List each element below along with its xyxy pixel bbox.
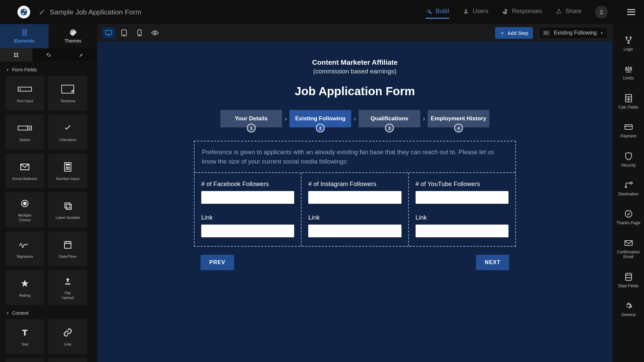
form-card[interactable]: Preference is given to applicants with a… [194,141,516,247]
app-logo[interactable] [17,6,30,18]
tile-email[interactable]: Email Address [5,154,44,188]
nav-responses[interactable]: Responses [502,8,542,16]
youtube-link-input[interactable] [416,225,508,237]
upload-icon [63,275,72,288]
rail-confirm-label: Confirmation Email [613,250,644,259]
svg-rect-2 [14,53,16,55]
scale-icon [624,65,633,73]
tile-text-input[interactable]: Text Input [5,76,44,111]
svg-point-16 [66,169,67,169]
route-icon [624,181,633,189]
instagram-count-input[interactable] [308,191,401,204]
device-tablet-button[interactable] [117,27,131,39]
section-form-fields-header[interactable]: ▼ Form Fields [0,62,97,76]
rail-logic[interactable]: Logic [613,30,644,58]
facebook-link-input[interactable] [201,225,294,237]
share-icon [555,8,562,15]
nav-build[interactable]: Build [426,8,449,16]
svg-point-13 [66,167,67,168]
tile-text-input-label: Text Input [16,99,33,104]
left-tab-themes[interactable]: Themes [49,24,97,48]
tile-number[interactable]: Number Input [48,154,87,188]
step-1-label: Your Details [235,115,268,122]
step-2-label: Existing Following [295,115,345,122]
device-desktop-button[interactable] [102,27,115,39]
left-tab-themes-label: Themes [64,38,82,44]
add-step-button[interactable]: ＋ Add Step [495,27,533,39]
subtab-style[interactable] [65,48,97,61]
next-button[interactable]: NEXT [476,255,509,270]
svg-rect-47 [625,241,632,245]
nav-share[interactable]: Share [555,8,582,16]
youtube-count-input[interactable] [416,191,508,204]
step-dropdown[interactable]: 02 Existing Following ▾ [539,27,608,39]
check-circle-icon [625,210,633,218]
svg-point-38 [628,42,629,44]
instagram-link-input[interactable] [308,225,401,237]
subtab-grid[interactable] [0,48,33,61]
prev-button[interactable]: PREV [201,255,234,270]
rail-payment[interactable]: Payment [613,117,644,144]
svg-rect-43 [625,125,632,129]
rail-datafields-label: Data Fields [618,284,639,288]
users-icon [463,8,469,15]
tile-checkbox[interactable]: Checkbox [48,115,87,149]
tile-file-upload[interactable]: File Upload [48,270,87,305]
rail-thanks[interactable]: Thanks Page [613,204,644,231]
svg-point-37 [630,37,631,38]
rail-data-fields[interactable]: Data Fields [613,267,644,294]
svg-rect-23 [64,242,71,248]
rail-limits-label: Limits [623,76,634,80]
svg-rect-12 [66,164,70,165]
chevron-right-icon: › [353,115,357,122]
rail-limits[interactable]: Limits [613,59,644,86]
edit-title-icon[interactable] [39,9,45,15]
subtab-settings[interactable] [33,48,65,61]
form-title: Job Application Form [187,84,523,98]
device-mobile-button[interactable] [133,27,146,39]
tile-signature[interactable]: Signature [5,231,44,266]
facebook-count-label: # of Facebook Followers [201,180,294,188]
tile-rating[interactable]: Rating [5,270,44,305]
tile-multiple-choice[interactable]: Multiple Choice [5,192,44,227]
rail-calc[interactable]: Calc Fields [613,88,644,116]
left-tab-elements[interactable]: Elements [0,24,49,48]
facebook-count-input[interactable] [201,191,294,204]
rail-confirmation-email[interactable]: Confirmation Email [613,233,644,265]
svg-point-45 [625,186,627,188]
tile-video[interactable] [48,358,87,362]
main-menu-icon[interactable] [627,9,635,15]
rail-destination-label: Destination [618,192,638,196]
youtube-link-label: Link [416,214,508,221]
tile-label-variable[interactable]: Label Variable [48,192,87,227]
step-2[interactable]: Existing Following 2 [289,110,351,127]
right-rail: Logic Limits Calc Fields Payment Securit… [612,24,644,362]
tile-text[interactable]: Text [5,319,44,354]
step-3[interactable]: Qualifications 3 [359,110,420,127]
tile-select[interactable]: Select [5,115,44,149]
tile-image[interactable] [5,358,44,362]
form-fields-grid: Text Input Textarea Select Checkbox Emai… [0,76,97,305]
user-avatar[interactable] [595,6,608,18]
tile-textarea[interactable]: Textarea [48,76,87,111]
svg-point-32 [124,35,124,35]
svg-point-48 [626,273,632,275]
step-1[interactable]: Your Details 1 [220,110,282,127]
wrench-icon [426,8,432,15]
svg-point-36 [626,37,627,38]
section-content-header[interactable]: ▼ Content [0,305,97,319]
step-1-num: 1 [247,124,256,132]
nav-users[interactable]: Users [463,8,488,16]
rail-general[interactable]: General [613,296,644,323]
nav-users-label: Users [473,8,488,15]
rail-security[interactable]: Security [613,146,644,174]
col-youtube: # of YouTube Followers Link [408,173,515,246]
card-icon [624,123,633,131]
svg-rect-30 [106,31,112,35]
rail-destination[interactable]: Destination [613,175,644,202]
tile-link[interactable]: Link [48,319,87,354]
preview-button[interactable] [148,27,162,39]
tile-email-label: Email Address [12,177,37,181]
step-4[interactable]: Employment History 4 [428,110,489,127]
tile-datetime[interactable]: Date/Time [48,231,87,266]
